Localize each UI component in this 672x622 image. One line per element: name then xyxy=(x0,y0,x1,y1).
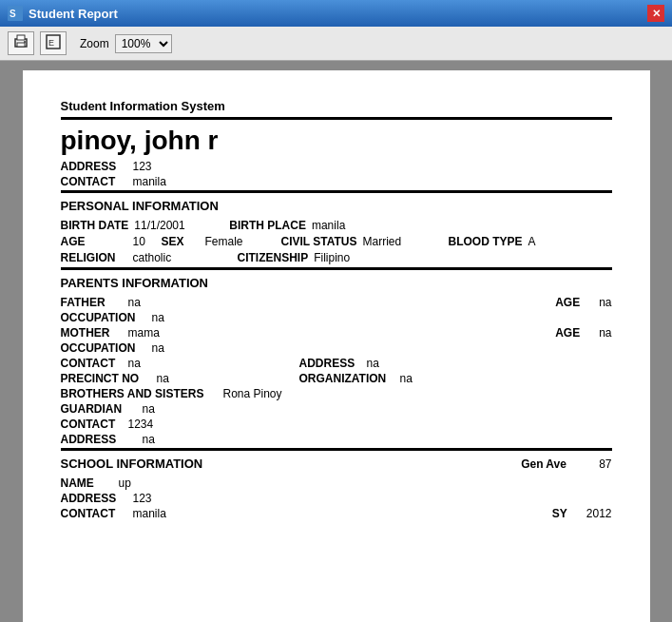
divider-personal-top xyxy=(61,190,612,193)
school-name-value: up xyxy=(119,476,131,490)
mother-occupation-row: OCCUPATION na xyxy=(61,341,612,355)
address-value: 123 xyxy=(133,160,152,173)
school-contact-row: CONTACT manila SY 2012 xyxy=(61,507,612,520)
birth-place-label: BIRTH PLACE xyxy=(229,219,306,232)
sex-value: Female xyxy=(205,235,281,248)
mother-occupation-label: OCCUPATION xyxy=(61,341,146,355)
father-label: FATHER xyxy=(61,296,123,309)
guardian-address-row: ADDRESS na xyxy=(61,433,612,446)
print-button[interactable] xyxy=(8,31,34,55)
sex-label: SEX xyxy=(162,235,200,248)
blood-type-label: BLOOD TYPE xyxy=(449,235,523,248)
school-section-header: SCHOOL INFORMATION xyxy=(61,457,203,471)
address-label: ADDRESS xyxy=(61,160,127,173)
divider-parents-top xyxy=(61,267,612,270)
export-icon: E xyxy=(46,34,61,49)
father-occupation-value: na xyxy=(152,311,164,324)
school-contact-label: CONTACT xyxy=(61,507,127,520)
father-occupation-label: OCCUPATION xyxy=(61,311,146,324)
mother-occupation-value: na xyxy=(152,341,164,355)
father-row: FATHER na AGE na xyxy=(61,296,612,309)
citizenship-label: CITIZENSHIP xyxy=(238,251,309,264)
school-name-row: NAME up xyxy=(61,476,612,490)
mother-age-value: na xyxy=(599,326,611,340)
zoom-label: Zoom xyxy=(80,37,109,50)
religion-value: catholic xyxy=(133,251,238,264)
svg-rect-4 xyxy=(17,43,25,47)
parents-contact-value: na xyxy=(128,357,299,370)
system-title: Student Information System xyxy=(61,99,612,113)
guardian-contact-row: CONTACT 1234 xyxy=(61,418,612,431)
father-occupation-row: OCCUPATION na xyxy=(61,311,612,324)
mother-value: mama xyxy=(128,326,556,340)
age-sex-row: AGE 10 SEX Female CIVIL STATUS Married B… xyxy=(61,235,612,248)
birth-date-value: 11/1/2001 xyxy=(134,219,229,232)
school-address-row: ADDRESS 123 xyxy=(61,492,612,505)
guardian-contact-value: 1234 xyxy=(128,418,154,431)
blood-type-value: A xyxy=(528,235,536,248)
organization-value: na xyxy=(400,372,413,385)
mother-age-label: AGE xyxy=(555,326,593,340)
school-contact-value: manila xyxy=(133,507,552,520)
religion-row: RELIGION catholic CITIZENSHIP Filipino xyxy=(61,251,612,264)
report-area[interactable]: Student Information System pinoy, john r… xyxy=(0,61,672,622)
brothers-label: BROTHERS AND SISTERS xyxy=(61,387,218,400)
precinct-row: PRECINCT NO na ORGANIZATION na xyxy=(61,372,612,385)
parents-section-header: PARENTS INFORMATION xyxy=(61,276,612,290)
student-contact-row: CONTACT manila xyxy=(61,175,612,188)
divider-school-top xyxy=(61,448,612,451)
contact-value: manila xyxy=(133,175,166,188)
report-page: Student Information System pinoy, john r… xyxy=(23,70,650,622)
title-bar: S Student Report ✕ xyxy=(0,0,672,27)
parents-address-label: ADDRESS xyxy=(299,357,361,370)
citizenship-value: Filipino xyxy=(314,251,350,264)
guardian-address-value: na xyxy=(143,433,155,446)
brothers-value: Rona Pinoy xyxy=(223,387,282,400)
guardian-label: GUARDIAN xyxy=(61,402,137,416)
birth-place-value: manila xyxy=(312,219,345,232)
age-value: 10 xyxy=(133,235,162,248)
parents-contact-label: CONTACT xyxy=(61,357,123,370)
zoom-select[interactable]: 100% 50% 75% 125% 150% xyxy=(115,34,172,53)
birth-date-label: BIRTH DATE xyxy=(61,219,129,232)
civil-status-label: CIVIL STATUS xyxy=(281,235,357,248)
sy-label: SY xyxy=(552,507,581,520)
guardian-contact-label: CONTACT xyxy=(61,418,123,431)
mother-label: MOTHER xyxy=(61,326,123,340)
mother-row: MOTHER mama AGE na xyxy=(61,326,612,340)
school-address-label: ADDRESS xyxy=(61,492,127,505)
svg-text:S: S xyxy=(10,9,16,19)
student-name: pinoy, john r xyxy=(61,126,612,156)
brothers-row: BROTHERS AND SISTERS Rona Pinoy xyxy=(61,387,612,400)
gen-ave-value: 87 xyxy=(599,457,611,471)
parents-contact-row: CONTACT na ADDRESS na xyxy=(61,357,612,370)
divider-top xyxy=(61,117,612,120)
father-age-value: na xyxy=(599,296,611,309)
title-icon: S xyxy=(8,6,23,21)
father-age-label: AGE xyxy=(555,296,593,309)
gen-ave-label: Gen Ave xyxy=(521,457,587,471)
sy-value: 2012 xyxy=(586,507,612,520)
window-title: Student Report xyxy=(29,7,118,21)
toolbar: E Zoom 100% 50% 75% 125% 150% xyxy=(0,27,672,61)
age-label: AGE xyxy=(61,235,127,248)
guardian-address-label: ADDRESS xyxy=(61,433,137,446)
father-value: na xyxy=(128,296,556,309)
parents-address-value: na xyxy=(367,357,379,370)
export-button[interactable]: E xyxy=(40,31,67,55)
student-address-row: ADDRESS 123 xyxy=(61,160,612,173)
close-button[interactable]: ✕ xyxy=(647,5,664,22)
civil-status-value: Married xyxy=(363,235,449,248)
precinct-label: PRECINCT NO xyxy=(61,372,151,385)
svg-text:E: E xyxy=(48,38,54,48)
svg-rect-3 xyxy=(17,35,25,40)
school-address-value: 123 xyxy=(133,492,152,505)
guardian-row: GUARDIAN na xyxy=(61,402,612,416)
school-name-label: NAME xyxy=(61,476,113,490)
guardian-value: na xyxy=(143,402,155,416)
svg-point-5 xyxy=(24,41,26,43)
precinct-value: na xyxy=(157,372,299,385)
print-icon xyxy=(13,34,29,49)
organization-label: ORGANIZATION xyxy=(299,372,394,385)
contact-label: CONTACT xyxy=(61,175,127,188)
